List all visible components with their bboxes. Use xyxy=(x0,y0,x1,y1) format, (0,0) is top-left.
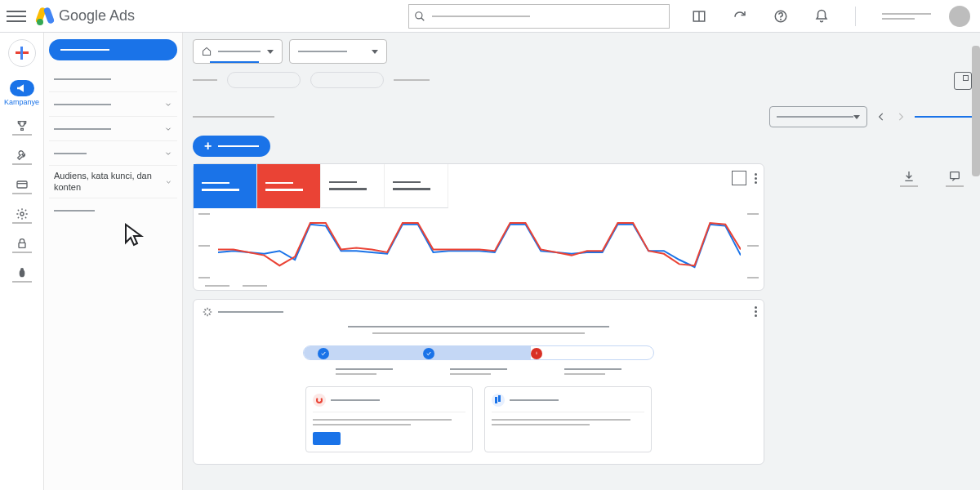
chart-menu-icon[interactable] xyxy=(755,173,757,184)
nav-item-2[interactable] xyxy=(49,91,177,116)
recommendation-cta-1[interactable] xyxy=(313,432,341,445)
svg-rect-12 xyxy=(951,172,960,179)
svg-rect-9 xyxy=(19,243,25,247)
refresh-icon[interactable] xyxy=(733,9,747,24)
chevron-right-icon[interactable] xyxy=(895,111,906,122)
page-title xyxy=(193,116,274,118)
rail-item-tools[interactable] xyxy=(12,149,32,165)
product-name-bold: Google xyxy=(59,7,106,24)
rail-item-kampanye[interactable]: Kampanye xyxy=(4,80,39,106)
progress-marker-3 xyxy=(531,348,542,359)
product-name: Google Ads xyxy=(59,7,135,24)
chevron-down-icon xyxy=(164,125,172,133)
svg-point-8 xyxy=(20,212,24,216)
svg-point-0 xyxy=(416,12,422,19)
search-input[interactable] xyxy=(408,4,670,29)
recommendations-title xyxy=(348,326,609,327)
feedback-button[interactable] xyxy=(946,170,964,187)
chart-legend xyxy=(205,285,267,287)
metric-tab-3[interactable] xyxy=(321,164,385,208)
left-rail: Kampanye xyxy=(0,33,44,490)
y-axis-right xyxy=(747,213,759,278)
hamburger-menu-icon[interactable] xyxy=(7,7,26,26)
header-divider xyxy=(855,7,856,26)
notifications-icon[interactable] xyxy=(814,9,829,24)
progress-marker-1 xyxy=(318,348,329,359)
download-icon xyxy=(902,170,915,183)
megaphone-icon xyxy=(16,82,29,95)
svg-rect-6 xyxy=(17,181,27,188)
progress-marker-2 xyxy=(423,348,434,359)
y-axis-left xyxy=(198,213,210,278)
workspace-switch-icon[interactable] xyxy=(692,9,706,24)
svg-point-11 xyxy=(20,268,24,271)
chevron-left-icon[interactable] xyxy=(875,111,887,122)
nav-primary-item[interactable] xyxy=(49,39,177,60)
rail-item-debug[interactable] xyxy=(12,266,32,283)
progress-label-3 xyxy=(564,368,621,375)
wrench-icon xyxy=(16,149,29,162)
trophy-icon xyxy=(16,119,29,132)
recommendation-box-2[interactable] xyxy=(484,386,652,452)
recommendation-box-1[interactable] xyxy=(305,386,473,452)
recommendations-menu-icon[interactable] xyxy=(755,306,757,317)
save-view-icon[interactable] xyxy=(954,72,972,90)
chevron-down-icon xyxy=(165,178,172,186)
chevron-down-icon xyxy=(164,149,172,158)
scrollbar-thumb[interactable] xyxy=(972,46,980,176)
help-icon[interactable] xyxy=(773,9,788,24)
progress-label-1 xyxy=(336,368,393,375)
download-button[interactable] xyxy=(900,170,918,187)
rail-item-goals[interactable] xyxy=(12,119,32,136)
account-name-placeholder xyxy=(882,13,931,15)
secondary-nav: Audiens, kata kunci, dan konten xyxy=(44,33,183,490)
compare-link[interactable] xyxy=(915,116,972,118)
avatar[interactable] xyxy=(949,6,970,27)
nav-item-1[interactable] xyxy=(49,67,177,91)
svg-point-5 xyxy=(781,19,782,20)
rail-item-security[interactable] xyxy=(12,237,32,253)
nav-item-6[interactable] xyxy=(49,198,177,222)
google-ads-logo-icon xyxy=(36,7,54,25)
recommendations-subtitle xyxy=(372,332,585,334)
create-button[interactable] xyxy=(8,39,36,67)
svg-point-13 xyxy=(537,353,537,354)
optimization-progress xyxy=(303,345,654,360)
recommendation-icon-2 xyxy=(492,394,505,407)
recommendation-icon-1 xyxy=(313,394,326,407)
rail-item-admin[interactable] xyxy=(12,207,32,224)
account-scope-dropdown[interactable] xyxy=(193,39,283,64)
date-range-dropdown[interactable] xyxy=(769,106,867,127)
home-icon xyxy=(202,46,212,57)
chevron-down-icon xyxy=(164,100,172,109)
bug-icon xyxy=(16,266,29,279)
sparkle-icon xyxy=(202,306,213,318)
filter-chip-2[interactable] xyxy=(310,72,384,88)
progress-label-2 xyxy=(450,368,507,375)
gear-icon xyxy=(16,207,29,220)
nav-item-3[interactable] xyxy=(49,116,177,140)
account-id-placeholder xyxy=(882,18,915,20)
plus-icon xyxy=(16,47,29,60)
metric-tab-1[interactable] xyxy=(194,164,257,208)
feedback-icon xyxy=(948,170,961,183)
nav-item-audiens[interactable]: Audiens, kata kunci, dan konten xyxy=(49,165,177,198)
card-icon xyxy=(16,178,29,191)
new-button[interactable]: + xyxy=(193,136,270,157)
metric-tab-2[interactable] xyxy=(257,164,321,208)
lock-icon xyxy=(16,237,29,250)
product-name-rest: Ads xyxy=(106,7,135,24)
search-icon xyxy=(414,11,425,22)
filter-chip-row xyxy=(193,72,972,88)
line-chart xyxy=(218,208,741,282)
nav-item-4[interactable] xyxy=(49,140,177,165)
expand-chart-icon[interactable] xyxy=(732,171,746,185)
metric-tab-4[interactable] xyxy=(385,164,448,208)
mouse-cursor-icon xyxy=(122,222,149,248)
filter-chip-1[interactable] xyxy=(227,72,301,88)
recommendations-card xyxy=(193,299,764,465)
campaign-scope-dropdown[interactable] xyxy=(289,39,387,64)
svg-line-1 xyxy=(421,18,425,21)
rail-item-billing[interactable] xyxy=(12,178,32,194)
metrics-chart-card xyxy=(193,163,764,291)
